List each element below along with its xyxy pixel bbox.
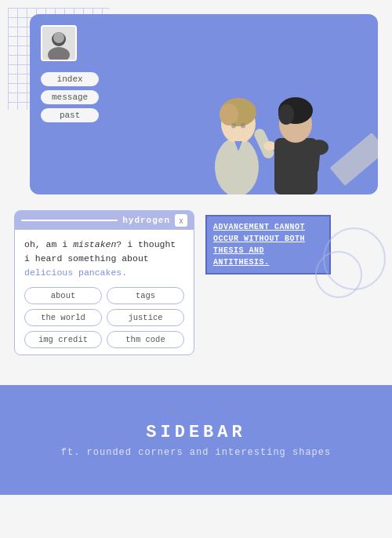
quote-area: ADVANCEMENT CANNOT OCCUR WITHOUT BOTH TH… bbox=[205, 210, 378, 274]
circle-decor-2 bbox=[315, 251, 362, 298]
dialog-close-button[interactable]: x bbox=[175, 214, 187, 227]
dialog-body: oh, am i mistaken? i thought i heard som… bbox=[15, 230, 194, 354]
nav-pills: index message past bbox=[41, 72, 99, 122]
avatar bbox=[41, 25, 77, 61]
dialog-text-part1: oh, am i mistaken? i thought i heard som… bbox=[24, 239, 176, 264]
nav-index[interactable]: index bbox=[41, 72, 99, 86]
dialog-btn-about[interactable]: about bbox=[24, 287, 102, 304]
footer-subtitle: ft. rounded corners and interesting shap… bbox=[61, 447, 331, 458]
nav-past[interactable]: past bbox=[41, 108, 99, 122]
dialog-btn-thmcode[interactable]: thm code bbox=[107, 331, 184, 348]
dialog-btn-justice[interactable]: justice bbox=[107, 309, 184, 326]
footer-section: SIDEBAR ft. rounded corners and interest… bbox=[0, 385, 392, 495]
svg-point-7 bbox=[241, 123, 245, 129]
dialog-box: hydrogen x oh, am i mistaken? i thought … bbox=[14, 210, 194, 355]
hero-card: index message past bbox=[30, 14, 378, 194]
dialog-italic: mistaken bbox=[73, 239, 116, 249]
svg-point-5 bbox=[263, 141, 276, 151]
dialog-btn-tags[interactable]: tags bbox=[107, 287, 184, 304]
dialog-text: oh, am i mistaken? i thought i heard som… bbox=[24, 238, 184, 279]
dialog-header: hydrogen x bbox=[15, 211, 194, 230]
svg-point-6 bbox=[231, 123, 236, 129]
dialog-buttons: about tags the world justice img credit … bbox=[24, 287, 184, 348]
nav-message[interactable]: message bbox=[41, 90, 99, 104]
footer-title: SIDEBAR bbox=[146, 423, 245, 442]
dialog-header-line bbox=[21, 220, 118, 221]
svg-point-18 bbox=[53, 32, 64, 43]
top-section: index message past bbox=[0, 0, 392, 194]
dialog-highlight: delicious pancakes. bbox=[24, 267, 127, 278]
svg-point-12 bbox=[278, 104, 294, 125]
quote-box: ADVANCEMENT CANNOT OCCUR WITHOUT BOTH TH… bbox=[205, 215, 331, 274]
dialog-btn-imgcredit[interactable]: img credit bbox=[24, 331, 102, 348]
svg-point-3 bbox=[220, 104, 238, 125]
dialog-title: hydrogen bbox=[122, 216, 170, 225]
characters-illustration bbox=[151, 22, 354, 194]
dialog-btn-world[interactable]: the world bbox=[24, 309, 102, 326]
middle-section: hydrogen x oh, am i mistaken? i thought … bbox=[0, 194, 392, 355]
